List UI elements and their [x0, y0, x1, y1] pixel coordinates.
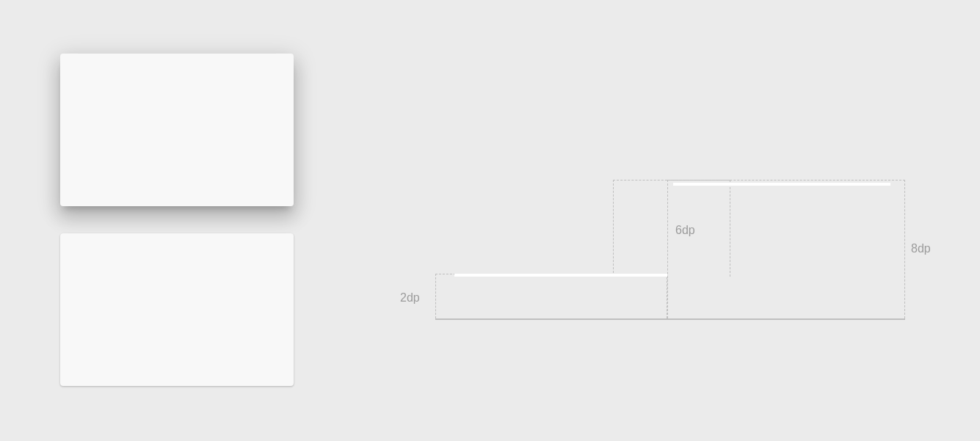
- elevation-label-6dp: 6dp: [675, 225, 695, 236]
- elevation-outline-8dp: [667, 180, 905, 318]
- elevation-diagram: 2dp 6dp 8dp: [400, 180, 943, 327]
- elevation-surface-2dp: [454, 274, 667, 277]
- elevation-label-2dp: 2dp: [400, 292, 420, 304]
- elevation-outline-2dp: [435, 274, 667, 318]
- elevation-label-8dp: 8dp: [911, 243, 931, 255]
- elevation-surface-6dp: [673, 183, 890, 186]
- elevation-card-high: [60, 54, 294, 206]
- elevation-card-low: [60, 233, 294, 386]
- baseline-surface: [435, 318, 905, 320]
